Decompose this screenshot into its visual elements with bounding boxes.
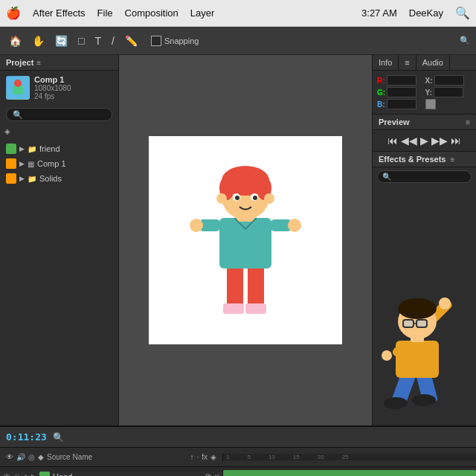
project-search-input[interactable] bbox=[6, 108, 112, 121]
preview-prev-frame-button[interactable]: ◀◀ bbox=[401, 135, 417, 147]
info-y-value bbox=[434, 87, 463, 97]
layer-friend-arrow[interactable]: ▶ bbox=[19, 145, 25, 152]
layer-solids[interactable]: ▶ 📁 Solids bbox=[0, 171, 118, 186]
project-filter-icon[interactable]: ◈ bbox=[0, 124, 118, 138]
ruler-mark-3: 15 bbox=[293, 454, 300, 460]
layer-friend-icon: 📁 bbox=[28, 145, 36, 153]
viewport-canvas bbox=[149, 136, 342, 344]
info-menu-icon[interactable]: ≡ bbox=[399, 55, 416, 70]
info-b-value bbox=[387, 99, 416, 109]
hand-tool-button[interactable]: ✋ bbox=[29, 33, 48, 48]
svg-point-16 bbox=[253, 196, 257, 200]
svg-point-21 bbox=[216, 193, 227, 204]
snapping-area: Snapping bbox=[151, 36, 199, 46]
preview-play-button[interactable]: ▶ bbox=[420, 135, 428, 147]
preview-controls: ⏮ ◀◀ ▶ ▶▶ ⏭ bbox=[373, 130, 476, 152]
svg-point-2 bbox=[14, 80, 22, 87]
svg-rect-7 bbox=[219, 218, 271, 268]
tl-diamond-icon[interactable]: ◈ bbox=[210, 453, 216, 461]
tl-head-solo[interactable]: ◎ bbox=[14, 473, 20, 477]
tl-head-color bbox=[39, 472, 50, 477]
app-name-menu[interactable]: After Effects bbox=[33, 7, 86, 19]
brush-tool-button[interactable]: ✏️ bbox=[122, 33, 141, 48]
menu-search-icon[interactable]: 🔍 bbox=[455, 6, 470, 20]
tl-dot-icon[interactable]: · bbox=[196, 453, 199, 461]
tl-head-chevron[interactable]: ∨ bbox=[214, 472, 219, 476]
tl-fx-icon[interactable]: fx bbox=[202, 453, 208, 461]
text-tool-button[interactable]: T bbox=[91, 33, 104, 48]
info-color-swatch-row bbox=[425, 99, 472, 109]
tl-col-icons: ↑ · fx ◈ bbox=[190, 453, 216, 461]
tl-eye-header: 👁 bbox=[6, 453, 13, 461]
timeline-row-head: 👁 ◎ ◆ ▶ Head ⟳ ∨ bbox=[0, 467, 476, 476]
audio-tab[interactable]: Audio bbox=[416, 55, 450, 70]
effects-search-input[interactable] bbox=[377, 170, 472, 183]
ruler-mark-5: 25 bbox=[342, 454, 349, 460]
timeline-search-icon[interactable]: 🔍 bbox=[53, 432, 64, 443]
timecode-display: 0:11:23 bbox=[6, 431, 47, 443]
tl-row-head-left: 👁 ◎ ◆ ▶ Head ⟳ ∨ bbox=[0, 472, 223, 477]
comp-resolution: 1080x1080 bbox=[34, 84, 71, 92]
tl-audio-header: 🔊 bbox=[16, 453, 25, 461]
toolbar: 🏠 ✋ 🔄 □ T / ✏️ Snapping 🔍 bbox=[0, 27, 476, 55]
menu-user[interactable]: DeeKay bbox=[409, 7, 443, 19]
tl-head-sync[interactable]: ⟳ bbox=[205, 472, 211, 476]
comp-thumbnail bbox=[6, 76, 30, 100]
tl-arrow-up-icon[interactable]: ↑ bbox=[190, 453, 193, 461]
snapping-checkbox[interactable] bbox=[151, 36, 161, 46]
info-tab[interactable]: Info bbox=[373, 55, 399, 70]
timeline-left-header: 👁 🔊 ◎ ◆ Source Name ↑ · fx ◈ bbox=[0, 453, 223, 461]
layer-menu[interactable]: Layer bbox=[190, 7, 215, 19]
effects-menu-icon[interactable]: ≡ bbox=[451, 155, 455, 164]
svg-rect-5 bbox=[223, 303, 244, 314]
apple-logo-icon[interactable]: 🍎 bbox=[6, 6, 21, 20]
timeline-header: 0:11:23 🔍 bbox=[0, 427, 476, 448]
rect-tool-button[interactable]: □ bbox=[75, 33, 87, 48]
info-g-row: G: bbox=[377, 87, 424, 97]
rotate-tool-button[interactable]: 🔄 bbox=[52, 33, 71, 48]
tl-head-name: Head bbox=[53, 472, 202, 477]
project-panel: Project ≡ Comp 1 1080x1080 24 fps ◈ bbox=[0, 55, 119, 425]
layer-solids-arrow[interactable]: ▶ bbox=[19, 175, 25, 182]
timeline-columns-header: 👁 🔊 ◎ ◆ Source Name ↑ · fx ◈ 1 5 10 15 2… bbox=[0, 448, 476, 467]
comp-item[interactable]: Comp 1 1080x1080 24 fps bbox=[0, 71, 118, 105]
right-panel: Info ≡ Audio R: X: G: Y: B: bbox=[372, 55, 476, 425]
layer-comp1-name: Comp 1 bbox=[37, 159, 66, 168]
svg-rect-3 bbox=[227, 266, 243, 307]
comp-name: Comp 1 bbox=[34, 75, 71, 84]
info-g-label: G: bbox=[377, 89, 385, 97]
project-menu-icon[interactable]: ≡ bbox=[36, 59, 41, 67]
info-y-row: Y: bbox=[425, 87, 472, 97]
svg-point-22 bbox=[264, 193, 274, 204]
tl-head-lock[interactable]: ◆ bbox=[23, 473, 28, 477]
effects-search-area bbox=[373, 167, 476, 186]
layer-solids-name: Solids bbox=[39, 174, 62, 183]
tl-head-arrow[interactable]: ▶ bbox=[31, 473, 36, 477]
svg-rect-4 bbox=[248, 266, 264, 307]
pen-tool-button[interactable]: / bbox=[109, 33, 118, 48]
effects-header: Effects & Presets ≡ bbox=[373, 152, 476, 167]
preview-next-frame-button[interactable]: ▶▶ bbox=[431, 135, 448, 147]
layer-comp1[interactable]: ▶ ▦ Comp 1 bbox=[0, 156, 118, 171]
tl-lock-header: ◆ bbox=[38, 453, 44, 461]
info-x-row: X: bbox=[425, 75, 472, 86]
layer-friend[interactable]: ▶ 📁 friend bbox=[0, 141, 118, 156]
ruler: 1 5 10 15 20 25 bbox=[223, 454, 476, 460]
file-menu[interactable]: File bbox=[97, 7, 113, 19]
tl-head-eye[interactable]: 👁 bbox=[3, 472, 11, 477]
layer-comp1-arrow[interactable]: ▶ bbox=[19, 160, 25, 167]
preview-skip-forward-button[interactable]: ⏭ bbox=[451, 135, 461, 147]
preview-skip-back-button[interactable]: ⏮ bbox=[387, 135, 398, 147]
timeline-right-header: 1 5 10 15 20 25 bbox=[223, 454, 476, 460]
preview-menu-icon[interactable]: ≡ bbox=[466, 118, 470, 126]
ruler-mark-1: 5 bbox=[247, 454, 250, 460]
ruler-mark-4: 20 bbox=[318, 454, 324, 460]
info-r-label: R: bbox=[377, 77, 385, 85]
toolbar-search-icon[interactable]: 🔍 bbox=[460, 36, 470, 45]
comp-fps: 24 fps bbox=[34, 92, 71, 100]
svg-point-20 bbox=[288, 219, 301, 232]
composition-menu[interactable]: Composition bbox=[125, 7, 178, 19]
layer-friend-name: friend bbox=[39, 144, 60, 153]
layers-list: ▶ 📁 friend ▶ ▦ Comp 1 ▶ 📁 Solids bbox=[0, 138, 118, 425]
home-tool-button[interactable]: 🏠 bbox=[6, 33, 25, 48]
